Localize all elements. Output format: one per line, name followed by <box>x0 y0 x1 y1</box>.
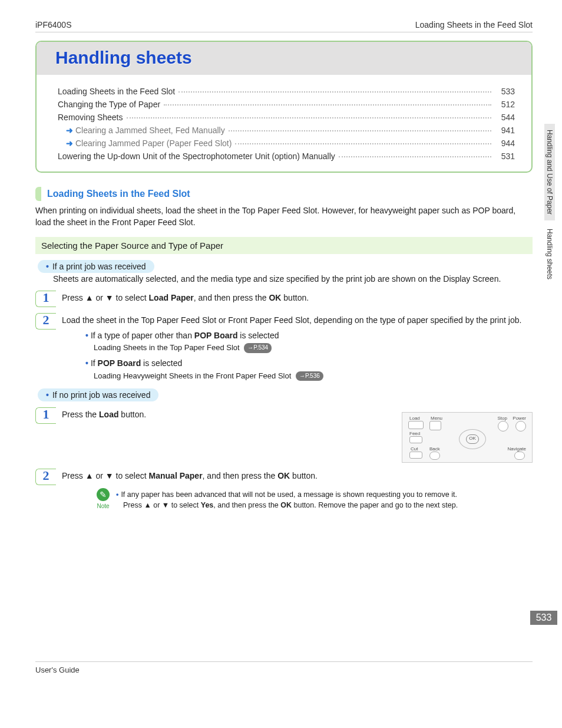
toc-label: Removing Sheets <box>58 113 123 122</box>
bullet-icon: • <box>85 331 88 340</box>
toc-leader <box>127 117 491 118</box>
toc-leader <box>235 143 491 144</box>
step-row: 2 Press ▲ or ▼ to select Manual Paper, a… <box>35 469 533 510</box>
sub-detail: Loading Sheets in the Top Paper Feed Slo… <box>94 342 533 354</box>
note-body: •If any paper has been advanced that wil… <box>116 488 458 510</box>
condition-block: •If a print job was received Sheets are … <box>35 260 533 285</box>
toc-page: 533 <box>495 87 515 96</box>
pencil-icon: ✎ <box>97 488 110 501</box>
page-ref-badge[interactable]: →P.536 <box>296 371 323 381</box>
step-row: 2 Load the sheet in the Top Paper Feed S… <box>35 313 533 386</box>
bullet-icon: • <box>46 262 49 271</box>
condition-label: If a print job was received <box>52 262 146 271</box>
toc-row[interactable]: ➜ Clearing a Jammed Sheet, Fed Manually … <box>58 126 515 135</box>
step-text: Load the sheet in the Top Paper Feed Slo… <box>62 313 533 386</box>
toc-page: 544 <box>495 113 515 122</box>
toc-label: Clearing a Jammed Sheet, Fed Manually <box>75 126 225 135</box>
step-row: 1 Press the Load button. Load Menu Feed … <box>35 407 533 463</box>
bullet-icon: • <box>85 358 88 368</box>
toc-page: 944 <box>495 139 515 148</box>
toc-leader <box>339 156 491 157</box>
toc-page: 531 <box>495 151 515 161</box>
step-number: 2 <box>35 313 56 330</box>
toc-leader <box>164 104 491 106</box>
toc-page: 941 <box>495 126 515 135</box>
condition-pill: •If no print job was received <box>38 388 158 401</box>
page-number: 533 <box>530 611 557 625</box>
step-number: 1 <box>35 291 56 307</box>
toc-row[interactable]: ➜ Clearing Jammed Paper (Paper Feed Slot… <box>58 139 515 148</box>
footer-text: User's Guide <box>35 666 80 674</box>
page-ref-badge[interactable]: →P.534 <box>244 343 272 353</box>
sub-heading: Selecting the Paper Source and Type of P… <box>35 237 533 254</box>
toc-label: Changing the Type of Paper <box>58 100 160 109</box>
chapter-box: Handling sheets Loading Sheets in the Fe… <box>35 41 533 173</box>
side-tab[interactable]: Handling sheets <box>544 223 555 285</box>
note-block: ✎ Note •If any paper has been advanced t… <box>95 488 533 511</box>
sub-bullet: •If a type of paper other than POP Board… <box>85 330 533 341</box>
toc-row[interactable]: Loading Sheets in the Feed Slot 533 <box>58 87 515 96</box>
page-header: iPF6400S Loading Sheets in the Feed Slot <box>35 20 533 32</box>
side-tab[interactable]: Handling and Use of Paper <box>544 124 555 220</box>
header-left: iPF6400S <box>35 20 71 29</box>
sub-bullet: •If POP Board is selected <box>85 357 533 369</box>
step-number: 2 <box>35 469 56 485</box>
toc-leader <box>229 130 491 131</box>
control-panel-image: Load Menu Feed Cut Back Stop Power Navig… <box>402 412 533 463</box>
toc-row[interactable]: Removing Sheets 544 <box>58 113 515 122</box>
step-text: Press ▲ or ▼ to select Load Paper, and t… <box>62 291 533 304</box>
condition-pill: •If a print job was received <box>38 260 154 273</box>
header-right: Loading Sheets in the Feed Slot <box>415 20 533 29</box>
link-arrow-icon: ➜ <box>66 139 73 148</box>
footer: User's Guide <box>35 661 533 674</box>
chapter-title: Handling sheets <box>37 42 531 75</box>
side-tabs: Handling and Use of Paper Handling sheet… <box>544 124 557 288</box>
step-text: Press the Load button. Load Menu Feed Cu… <box>62 407 533 463</box>
condition-label: If no print job was received <box>52 390 151 400</box>
toc-label: Loading Sheets in the Feed Slot <box>58 87 175 96</box>
toc-row[interactable]: Lowering the Up-down Unit of the Spectro… <box>58 151 515 161</box>
toc-row[interactable]: Changing the Type of Paper 512 <box>58 100 515 109</box>
condition-block: •If no print job was received <box>35 388 533 401</box>
link-arrow-icon: ➜ <box>66 126 73 135</box>
intro-paragraph: When printing on individual sheets, load… <box>35 205 533 229</box>
toc-label: Lowering the Up-down Unit of the Spectro… <box>58 151 335 161</box>
bullet-icon: • <box>46 390 49 400</box>
note-label: Note <box>95 502 111 511</box>
toc-label: Clearing Jammed Paper (Paper Feed Slot) <box>75 139 232 148</box>
bullet-icon: • <box>116 490 118 499</box>
condition-body: Sheets are automatically selected, and t… <box>53 273 533 285</box>
table-of-contents: Loading Sheets in the Feed Slot 533 Chan… <box>37 75 531 172</box>
toc-page: 512 <box>495 100 515 109</box>
section-heading: Loading Sheets in the Feed Slot <box>35 187 533 201</box>
sub-detail: Loading Heavyweight Sheets in the Front … <box>94 371 533 382</box>
note-icon: ✎ Note <box>95 488 111 511</box>
step-row: 1 Press ▲ or ▼ to select Load Paper, and… <box>35 291 533 307</box>
toc-leader <box>178 91 491 93</box>
step-text: Press ▲ or ▼ to select Manual Paper, and… <box>62 469 533 510</box>
step-number: 1 <box>35 407 56 424</box>
